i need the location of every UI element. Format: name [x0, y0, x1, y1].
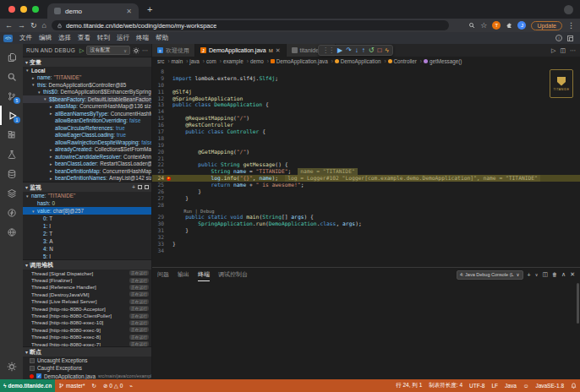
tab-welcome[interactable]: ≡ 欢迎使用 — [152, 44, 195, 57]
code-line[interactable]: 32 — [152, 234, 580, 241]
remote-indicator[interactable]: ϟ demo.titanide.cn — [0, 379, 55, 392]
menu-item[interactable]: 文件 — [16, 34, 36, 42]
line-number[interactable]: 26 — [152, 188, 166, 195]
breakpoint-checkbox[interactable] — [30, 358, 35, 363]
home-icon[interactable]: ⌂ — [42, 22, 47, 30]
panel-tab[interactable]: 问题 — [157, 268, 169, 281]
breadcrumb-item[interactable]: getMessage() › — [424, 58, 462, 64]
close-tab-icon[interactable]: ✕ — [276, 47, 281, 54]
menu-item[interactable]: 运行 — [113, 34, 133, 42]
info-icon[interactable]: i — [555, 35, 562, 41]
breakpoint-gutter[interactable] — [166, 214, 172, 220]
code-line[interactable]: 33 } — [152, 241, 580, 248]
menu-item[interactable]: 帮助 — [152, 34, 172, 42]
code-line[interactable]: 31 } — [152, 227, 580, 234]
breakpoint-checkbox[interactable] — [36, 373, 41, 378]
code-line[interactable]: 22 public String getMessage() { — [152, 161, 580, 168]
menu-item[interactable]: 编辑 — [36, 34, 55, 42]
breakpoint-gutter[interactable] — [166, 142, 172, 149]
tabs-menu-icon[interactable] — [564, 5, 573, 14]
variable-row[interactable]: ▸ aliasMap: ConcurrentHashMap@136 size=1 — [23, 103, 151, 111]
breakpoints-section-header[interactable]: ▾ 断点 — [23, 347, 151, 357]
update-button[interactable]: Update — [531, 21, 562, 30]
close-window-button[interactable] — [8, 6, 15, 13]
variable-row[interactable]: ▾ Local — [23, 67, 151, 74]
extensions-puzzle-icon[interactable] — [506, 22, 512, 29]
code-line[interactable]: 34 — [152, 248, 580, 254]
watch-row[interactable]: ▾ name: "TITANIDE" — [23, 192, 151, 199]
line-number[interactable]: 20 — [152, 149, 166, 155]
breakpoint-gutter[interactable] — [166, 195, 172, 202]
debug-settings-gear-icon[interactable] — [133, 47, 140, 54]
line-number[interactable]: 34 — [152, 248, 166, 254]
extensions-icon[interactable] — [0, 125, 23, 144]
test-flask-icon[interactable] — [0, 144, 23, 164]
variable-row[interactable]: ▸ beanDefinitionNames: ArrayList@142 siz… — [23, 175, 151, 182]
panel-tab[interactable]: 输出 — [178, 268, 189, 281]
watch-section-header[interactable]: ▾ 监视 + — [23, 182, 151, 192]
back-icon[interactable]: ← — [5, 22, 13, 30]
watch-row[interactable]: 2: T — [23, 230, 151, 237]
tab-demoapplication[interactable]: J DemoApplication.java M ✕ — [195, 44, 287, 57]
url-text[interactable]: demo.titanide.cn/ide/web/coding/demo/my-… — [66, 22, 216, 30]
line-number[interactable]: 17 — [152, 128, 166, 135]
breakpoint-gutter[interactable] — [166, 175, 172, 182]
database-icon[interactable] — [0, 164, 23, 183]
forward-icon[interactable]: → — [18, 22, 25, 30]
line-number[interactable]: 21 — [152, 155, 166, 162]
breakpoint-gutter[interactable] — [166, 75, 172, 82]
breakpoint-gutter[interactable] — [166, 89, 172, 95]
menu-item[interactable]: 终端 — [133, 34, 152, 42]
address-bar[interactable]: demo.titanide.cn/ide/web/coding/demo/my-… — [52, 20, 449, 30]
code-line[interactable]: 10 — [152, 82, 580, 89]
breakpoint-gutter[interactable] — [166, 227, 172, 234]
code-line[interactable]: 8 — [152, 68, 580, 75]
watch-row[interactable]: 5: I — [23, 253, 151, 259]
close-panel-icon[interactable]: ✕ — [570, 271, 575, 278]
zoom-icon[interactable] — [468, 22, 475, 29]
close-section-icon[interactable] — [145, 185, 149, 189]
breadcrumb-item[interactable]: Controller › — [388, 58, 424, 64]
new-tab-button[interactable]: + — [147, 4, 152, 14]
variable-row[interactable]: allowCircularReferences: true — [23, 124, 151, 132]
language-mode[interactable]: Java — [501, 379, 520, 392]
line-number[interactable]: 32 — [152, 234, 166, 241]
thread-row[interactable]: Thread [http-nio-8080-exec-10] 正在运行 — [23, 319, 151, 326]
breakpoint-gutter[interactable] — [166, 248, 172, 254]
split-terminal-icon[interactable]: ◫ — [542, 271, 548, 278]
add-expression-icon[interactable]: + — [132, 184, 135, 190]
watch-row[interactable]: ▾ value: char[8]@257 — [23, 207, 151, 215]
bookmark-star-icon[interactable]: ☆ — [480, 22, 487, 30]
explorer-icon[interactable] — [0, 47, 23, 67]
breakpoint-row[interactable]: Uncaught Exceptions — [23, 357, 151, 364]
line-number[interactable]: 22 — [152, 161, 166, 168]
variable-row[interactable]: allowRawInjectionDespiteWrapping: false — [23, 139, 151, 146]
code-line[interactable]: 24 log.info("{}", name); log = Logger#10… — [152, 175, 580, 182]
breakpoint-gutter[interactable] — [166, 115, 172, 122]
new-terminal-icon[interactable]: + — [528, 272, 531, 278]
variable-row[interactable]: ▸ allBeanNamesByType: ConcurrentHashMap@… — [23, 110, 151, 117]
breadcrumb-item[interactable]: com › — [206, 58, 223, 64]
breakpoint-gutter[interactable] — [166, 241, 172, 248]
line-number[interactable]: 13 — [152, 101, 166, 108]
problems-status[interactable]: ⊘ 0 △ 0 — [100, 379, 126, 392]
breakpoint-gutter[interactable] — [166, 82, 172, 89]
breakpoint-gutter[interactable] — [166, 108, 172, 115]
code-area[interactable]: 8 9 import lombok.extern.slf4j.Slf4j; — [152, 66, 580, 254]
panel-tab[interactable]: 终端 — [198, 268, 210, 281]
terminal-output[interactable]: :: Spring Boot :: (v2.3.10.RELEASE) 2021… — [152, 281, 580, 379]
line-number[interactable]: 14 — [152, 108, 166, 115]
layout-icon[interactable] — [567, 35, 573, 41]
line-number[interactable]: 24 — [152, 175, 166, 182]
breadcrumb-item[interactable]: src › — [157, 58, 172, 64]
run-debug-icon[interactable]: 1 — [0, 106, 23, 125]
breakpoint-gutter[interactable] — [166, 161, 172, 168]
variable-row[interactable]: allowBeanDefinitionOverriding: false — [23, 117, 151, 125]
thread-row[interactable]: Thread [DestroyJavaVM] 正在运行 — [23, 291, 151, 297]
watch-row[interactable]: hash: 0 — [23, 199, 151, 207]
code-line[interactable]: 19 — [152, 142, 580, 149]
java-status-icon[interactable]: ☺ — [520, 379, 533, 392]
thread-row[interactable]: Thread [Reference Handler] 正在运行 — [23, 284, 151, 291]
line-number[interactable]: 10 — [152, 82, 166, 89]
breadcrumb-item[interactable]: java › — [189, 58, 206, 64]
